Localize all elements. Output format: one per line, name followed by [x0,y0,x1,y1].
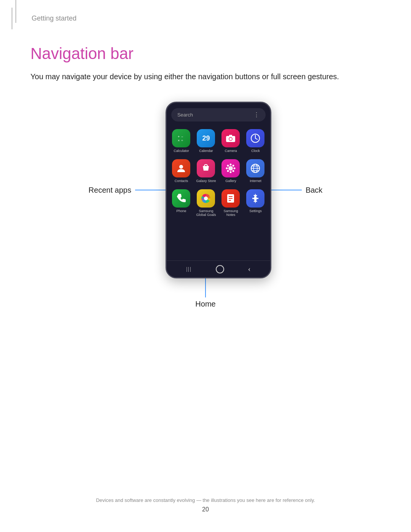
svg-point-20 [227,170,229,172]
svg-point-12 [228,166,233,171]
svg-line-10 [255,138,257,139]
app-item-settings[interactable]: Settings [244,187,267,220]
gallery-icon [221,159,240,177]
svg-point-26 [204,197,208,200]
svg-point-14 [230,171,232,173]
home-label: Home [195,300,215,308]
svg-text:÷: ÷ [181,139,183,142]
back-button[interactable]: ‹ [248,265,251,273]
search-placeholder: Search [177,112,193,118]
svg-text:−: − [181,135,183,139]
samsung-notes-label: Samsung Notes [220,209,242,217]
galaxy-store-icon [197,159,215,177]
app-item-gallery[interactable]: Gallery [219,157,242,185]
recent-apps-line [135,190,166,190]
clock-label: Clock [251,149,260,153]
page-description: You may navigate your device by using ei… [30,70,373,83]
home-line [205,278,206,297]
settings-label: Settings [249,209,262,213]
svg-point-11 [179,165,183,169]
app-item-contacts[interactable]: Contacts [170,157,193,185]
app-item-camera[interactable]: Camera [219,127,242,155]
phone-annotation-row: Recent apps Search ⋮ + − [30,102,381,278]
phone-nav-bar: ||| ‹ [167,260,270,277]
app-item-calendar[interactable]: 29 Calendar [194,127,218,155]
calendar-label: Calendar [199,149,213,153]
internet-icon [246,159,264,177]
app-item-internet[interactable]: Internet [244,157,267,185]
calculator-icon: + − × ÷ [172,129,190,147]
svg-point-16 [234,167,236,169]
calculator-label: Calculator [174,149,189,153]
svg-text:×: × [178,139,180,142]
svg-text:+: + [178,135,180,139]
home-button[interactable] [216,265,224,273]
app-item-galaxy-store[interactable]: Galaxy Store [194,157,218,185]
camera-icon [221,129,240,147]
app-grid: + − × ÷ Calculator 29 Cale [167,125,270,222]
internet-label: Internet [250,179,261,183]
page-title: Navigation bar [30,45,381,63]
gallery-label: Gallery [225,179,236,183]
home-annotation: Home [195,278,215,308]
samsung-notes-icon [221,189,240,208]
phone-label: Phone [176,209,186,213]
footer-note: Devices and software are constantly evol… [0,497,411,503]
back-line [271,190,302,190]
page-footer: Devices and software are constantly evol… [0,497,411,513]
samsung-global-label: Samsung Global Goals [195,209,217,217]
svg-point-17 [227,165,229,166]
svg-point-15 [226,167,228,169]
section-header: Getting started [11,8,381,29]
app-item-clock[interactable]: Clock [244,127,267,155]
svg-rect-7 [229,135,232,136]
camera-label: Camera [225,149,237,153]
contacts-label: Contacts [175,179,188,183]
recent-apps-label: Recent apps [89,186,131,195]
contacts-icon [172,159,190,177]
galaxy-store-label: Galaxy Store [196,179,216,183]
app-item-samsung-global[interactable]: Samsung Global Goals [194,187,218,220]
footer-page-number: 20 [0,506,411,513]
svg-point-6 [229,138,232,141]
svg-point-13 [230,163,232,165]
samsung-global-icon [197,189,215,208]
app-item-calculator[interactable]: + − × ÷ Calculator [170,127,193,155]
phone-mockup: Search ⋮ + − × ÷ [166,102,271,278]
app-item-samsung-notes[interactable]: Samsung Notes [219,187,242,220]
svg-point-19 [233,165,234,166]
search-options-icon[interactable]: ⋮ [253,111,260,118]
phone-search-bar[interactable]: Search ⋮ [171,108,266,121]
app-item-phone[interactable]: Phone [170,187,193,220]
calendar-icon: 29 [197,129,215,147]
settings-icon [246,189,264,208]
back-label: Back [306,186,322,195]
svg-point-18 [233,170,234,172]
clock-icon [246,129,264,147]
recent-apps-button[interactable]: ||| [186,266,191,272]
phone-icon [172,189,190,208]
diagram-wrapper: Recent apps Search ⋮ + − [30,102,381,308]
